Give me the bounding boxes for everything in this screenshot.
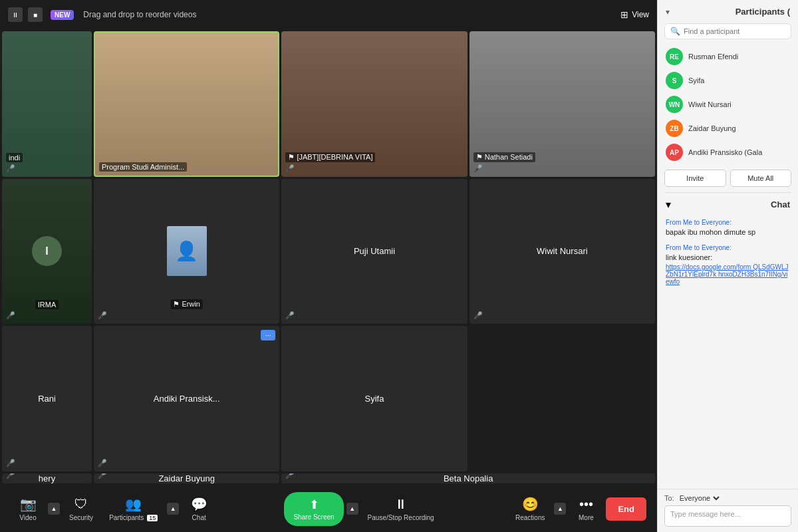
chat-icon: 💬 (191, 496, 207, 512)
p-name-s: Syifa (688, 76, 704, 84)
chat-collapse-chevron[interactable]: ▾ (666, 198, 671, 211)
top-bar-controls: ⏸ ■ NEW Drag and drop to reorder videos (8, 7, 196, 22)
chat-button[interactable]: 💬 Chat (182, 492, 216, 525)
person-icon-erwin: 👤 (175, 240, 198, 262)
participant-item-s[interactable]: S Syifa (658, 68, 798, 92)
participants-actions: Invite Mute All (658, 166, 798, 192)
more-label: More (579, 514, 594, 521)
search-bar[interactable]: 🔍 (664, 23, 791, 39)
chat-messages: From Me to Everyone: bapak ibu mohon dim… (658, 215, 798, 489)
participants-section-header[interactable]: ▾ Participants ( (658, 0, 798, 21)
cell-name-debrina: ⚑ [JABT][DEBRINA VITA] (285, 152, 375, 162)
video-cell-syifa: Syifa (281, 326, 467, 471)
participants-label: Participants 15 (109, 514, 158, 521)
reactions-label: Reactions (515, 514, 545, 521)
search-input[interactable] (684, 27, 785, 35)
chat-section-title: Chat (771, 200, 790, 209)
cell-name-beta: Beta Nopalia (444, 473, 493, 483)
chat-footer: To: Everyone Type message here... (658, 489, 798, 532)
share-screen-caret[interactable]: ▲ (346, 503, 358, 515)
participants-section-title: Participants ( (735, 7, 790, 17)
cell-name-puji: Puji Utamii (354, 246, 395, 256)
chat-section: ▾ Chat From Me to Everyone: bapak ibu mo… (658, 193, 798, 532)
video-label: Video (19, 514, 36, 521)
photo-erwin-inner: 👤 (167, 226, 207, 276)
cell-name-program-studi: Program Studi Administ... (99, 162, 187, 172)
mute-icon-nathan: 🎤 (473, 164, 483, 173)
end-button[interactable]: End (606, 497, 646, 521)
participant-item-re[interactable]: RE Rusman Efendi (658, 45, 798, 68)
video-cell-nathan: ⚑ Nathan Setiadi 🎤 (469, 31, 655, 177)
p-name-ap: Andiki Pransisko (Gala (688, 148, 762, 156)
cell-name-rani: Rani (38, 394, 56, 404)
chat-to-select[interactable]: Everyone (677, 493, 722, 503)
view-button[interactable]: ⊞ View (620, 9, 649, 20)
more-icon: ••• (579, 497, 593, 512)
toolbar-right: 😊 Reactions ▲ ••• More End (509, 492, 646, 525)
bottom-toolbar: 📷 Video ▲ 🛡 Security 👥 Participants 15 ▲… (0, 485, 657, 532)
cell-name-irma: IRMA (35, 300, 59, 309)
grid-icon: ⊞ (620, 9, 628, 20)
mute-icon-irma: 🎤 (6, 311, 15, 320)
video-caret[interactable]: ▲ (48, 503, 60, 515)
participant-item-zb[interactable]: ZB Zaidar Buyung (658, 116, 798, 140)
chat-text-1: bapak ibu mohon dimute sp (666, 227, 790, 237)
stop-btn[interactable]: ■ (28, 7, 43, 22)
mute-all-button[interactable]: Mute All (730, 170, 792, 187)
avatar-zb: ZB (666, 120, 683, 137)
video-cell-debrina: ⚑ [JABT][DEBRINA VITA] 🎤 (281, 31, 467, 177)
share-screen-button[interactable]: ⬆ Share Screen (284, 492, 343, 526)
pause-recording-button[interactable]: ⏸ Pause/Stop Recording (361, 493, 441, 525)
mute-icon-andiki: 🎤 (98, 459, 107, 467)
mute-icon-indi: 🎤 (6, 164, 15, 173)
security-icon: 🛡 (74, 497, 88, 512)
mute-icon-wiwit: 🎤 (473, 311, 483, 320)
video-grid: indi 🎤 Program Studi Administ... ⚑ [JABT… (0, 29, 657, 485)
video-cell-andiki: ··· Andiki Pransisk... 🎤 (94, 326, 279, 471)
cell-name-zaidar: Zaidar Buyung (158, 473, 215, 483)
drag-hint-text: Drag and drop to reorder videos (83, 10, 196, 19)
chat-input[interactable]: Type message here... (664, 505, 791, 527)
chat-to-row: To: Everyone (664, 493, 791, 503)
participants-button[interactable]: 👥 Participants 15 (102, 492, 164, 525)
participants-caret[interactable]: ▲ (167, 503, 179, 515)
participant-item-wn[interactable]: WN Wiwit Nursari (658, 92, 798, 116)
video-cell-wiwit: Wiwit Nursari 🎤 (469, 179, 655, 325)
invite-button[interactable]: Invite (664, 170, 726, 187)
cell-name-erwin: ⚑ Erwin (170, 299, 203, 309)
cell-name-wiwit: Wiwit Nursari (537, 246, 588, 256)
video-cell-program-studi: Program Studi Administ... (94, 31, 279, 177)
toolbar-center: ⬆ Share Screen ▲ ⏸ Pause/Stop Recording (284, 492, 440, 526)
search-icon: 🔍 (670, 27, 680, 36)
cell-name-nathan: ⚑ Nathan Setiadi (473, 152, 535, 162)
video-cell-irma: I IRMA 🎤 (2, 179, 92, 325)
video-button[interactable]: 📷 Video (11, 492, 45, 525)
video-cell-puji: Puji Utamii 🎤 (281, 179, 467, 325)
more-options-badge[interactable]: ··· (261, 330, 275, 340)
avatar-wn: WN (666, 96, 683, 113)
reactions-caret[interactable]: ▲ (554, 503, 566, 515)
chat-message-1: From Me to Everyone: bapak ibu mohon dim… (666, 219, 790, 237)
mute-icon-erwin: 🎤 (98, 311, 107, 320)
avatar-re: RE (666, 48, 683, 65)
toolbar-left: 📷 Video ▲ 🛡 Security 👥 Participants 15 ▲… (11, 492, 216, 525)
reactions-button[interactable]: 😊 Reactions (509, 492, 551, 525)
chat-text-2: link kuesioner: (666, 253, 790, 263)
video-icon: 📷 (20, 496, 37, 512)
cell-name-andiki: Andiki Pransisk... (154, 394, 220, 404)
participants-count-badge: 15 (147, 515, 158, 521)
cell-name-hery: hery (39, 473, 55, 483)
participant-item-ap[interactable]: AP Andiki Pransisko (Gala (658, 140, 798, 164)
more-button[interactable]: ••• More (569, 493, 603, 525)
pause-btn[interactable]: ⏸ (8, 7, 23, 22)
video-cell-erwin: 👤 ⚑ Erwin 🎤 (94, 179, 279, 325)
photo-erwin: 👤 (167, 226, 207, 276)
mute-icon-hery: 🎤 (6, 473, 15, 479)
participant-list: RE Rusman Efendi S Syifa WN Wiwit Nursar… (658, 43, 798, 166)
video-cell-rani: Rani 🎤 (2, 326, 92, 471)
new-badge: NEW (51, 10, 74, 20)
right-panel: ▾ Participants ( 🔍 RE Rusman Efendi S Sy… (657, 0, 798, 532)
video-cell-indi: indi 🎤 (2, 31, 92, 177)
security-button[interactable]: 🛡 Security (63, 493, 100, 525)
chat-from-2: From Me to Everyone: (666, 244, 790, 251)
